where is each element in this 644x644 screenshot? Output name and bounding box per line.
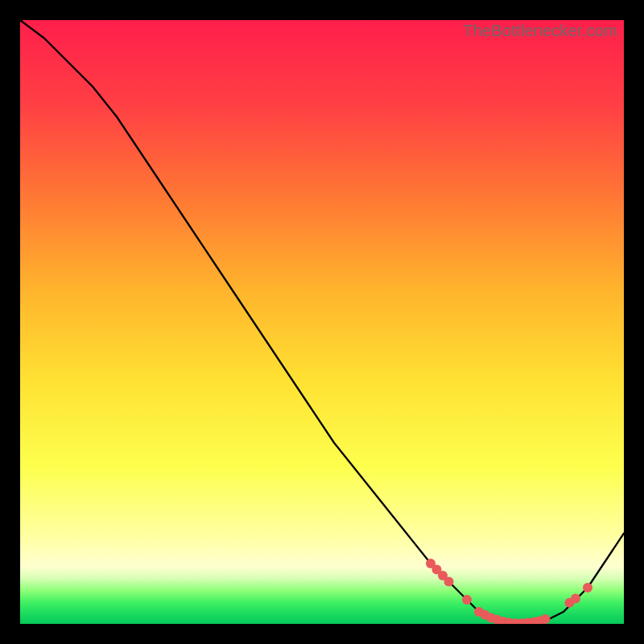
highlight-dot bbox=[444, 577, 454, 587]
highlight-dot bbox=[571, 594, 580, 604]
bottleneck-curve bbox=[20, 20, 624, 624]
chart-frame: TheBottlenecker.com bbox=[0, 0, 644, 644]
highlight-dot bbox=[462, 595, 472, 605]
highlight-dots bbox=[426, 559, 592, 624]
chart-svg bbox=[20, 20, 624, 624]
highlight-dot bbox=[583, 583, 592, 592]
highlight-dot bbox=[541, 614, 551, 624]
plot-area: TheBottlenecker.com bbox=[20, 20, 624, 624]
